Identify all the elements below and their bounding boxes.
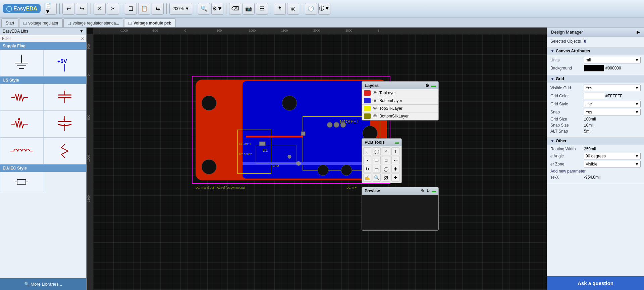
tool-rect[interactable]: □ — [382, 156, 390, 164]
units-chevron-icon: ▼ — [635, 58, 639, 62]
paste-button[interactable]: 📋 — [138, 3, 150, 15]
component-cap-us2[interactable]: + — [43, 111, 87, 138]
tool-text[interactable]: T — [391, 147, 399, 155]
units-select[interactable]: mil ▼ — [584, 57, 641, 63]
svg-rect-23 — [17, 180, 26, 184]
tab-voltage-reg-std[interactable]: □ voltage regulator standa... — [63, 18, 123, 27]
export-button[interactable]: ↰ — [274, 3, 286, 15]
tab-start[interactable]: Start — [1, 18, 18, 27]
supply-flag-grid: +5V — [0, 50, 86, 77]
design-manager-button[interactable]: Design Manager ▶ — [547, 28, 644, 37]
other-triangle-icon: ▼ — [550, 139, 554, 143]
tool-dashed-rect[interactable]: ▭ — [373, 156, 381, 164]
component-inductor[interactable] — [0, 138, 43, 164]
resistor-us-symbol — [10, 91, 33, 104]
info-button[interactable]: ⓘ▼ — [318, 3, 330, 15]
tool-line[interactable]: ⋰ — [363, 156, 371, 164]
undo-button[interactable]: ↩ — [62, 3, 74, 15]
tab-voltage-module-pcb[interactable]: □ Voltage module pcb — [124, 18, 176, 27]
component-eu-resistor[interactable] — [0, 172, 43, 192]
grid-color-box[interactable] — [584, 93, 604, 99]
app-logo[interactable]: ◯ EasyEDA — [3, 4, 41, 13]
zoom-dropdown[interactable]: 200% ▼ — [169, 3, 192, 15]
tool-ellipse[interactable]: ◯ — [382, 165, 390, 173]
component-cap-us[interactable] — [43, 84, 87, 111]
component-5v[interactable]: +5V — [43, 50, 87, 77]
layer-toplayer-color — [364, 90, 371, 96]
layer-bottomsilk[interactable]: 👁 BottomSilkLayer — [362, 112, 438, 120]
settings-button[interactable]: ⚙▼ — [211, 3, 223, 15]
canvas-area[interactable]: -1000 -500 0 500 1000 1500 2000 2500 3 -… — [87, 28, 547, 290]
add-param-row[interactable]: Add new parameter — [550, 169, 641, 174]
zone-select[interactable]: Visible ▼ — [584, 161, 641, 167]
angle-label: e Angle — [550, 154, 584, 158]
tool-move[interactable]: ✚ — [391, 165, 399, 173]
layer-toplayer-eye[interactable]: 👁 — [373, 90, 377, 96]
mirror-button[interactable]: ⇆ — [152, 3, 164, 15]
background-color-box[interactable] — [584, 65, 604, 71]
copy-button[interactable]: ❏ — [125, 3, 137, 15]
tab-voltage-reg[interactable]: □ voltage regulator — [19, 18, 63, 27]
tool-circle[interactable]: ◯ — [373, 147, 381, 155]
tool-cut[interactable]: ↜ — [391, 156, 399, 164]
cut-button[interactable]: ✕ — [94, 3, 106, 15]
zigzag-symbol — [55, 143, 75, 159]
tool-corner[interactable]: ⌞ — [363, 147, 371, 155]
tool-search[interactable]: 🔍 — [373, 174, 381, 182]
camera-button[interactable]: 📷 — [243, 3, 255, 15]
layer-bottomlayer-eye[interactable]: 👁 — [373, 98, 377, 103]
sep6 — [226, 3, 226, 14]
ruler-mark-500p: 500 — [217, 29, 222, 32]
layers-settings-icon[interactable]: ⚙ — [425, 83, 429, 88]
pcb-tools-green-icon[interactable]: ▬ — [395, 140, 399, 145]
redo-button[interactable]: ↪ — [76, 3, 88, 15]
ruler-mark-1500p: 1500 — [281, 29, 288, 32]
sidebar-dropdown-icon[interactable]: ▼ — [79, 29, 84, 34]
background-color-value: #000000 — [605, 66, 621, 70]
other-header[interactable]: ▼ Other — [547, 137, 644, 145]
steam-button[interactable]: ◎ — [287, 3, 299, 15]
layer-topsilk[interactable]: 👁 TopSilkLayer — [362, 105, 438, 112]
canvas-attributes-header[interactable]: ▼ Canvas Attributes — [547, 47, 644, 55]
layer-topsilk-eye[interactable]: 👁 — [373, 106, 377, 111]
layer-bottomsilk-eye[interactable]: 👁 — [373, 113, 377, 119]
share-button[interactable]: ⌫ — [229, 3, 241, 15]
history-button[interactable]: 🕐 — [305, 3, 317, 15]
component-resistor-us2[interactable] — [0, 111, 43, 138]
grid-header[interactable]: ▼ Grid — [547, 75, 644, 83]
component-zigzag[interactable] — [43, 138, 87, 164]
snap-select[interactable]: Yes ▼ — [584, 109, 641, 115]
preview-green-icon[interactable]: ▬ — [432, 189, 436, 193]
layer-bottomlayer[interactable]: 👁 BottomLayer — [362, 97, 438, 105]
component-gnd[interactable] — [0, 50, 43, 77]
filter-input[interactable] — [2, 36, 81, 41]
grid-style-select[interactable]: line ▼ — [584, 101, 641, 107]
scissors-button[interactable]: ✂ — [107, 3, 119, 15]
grid-view-button[interactable]: ☷ — [256, 3, 268, 15]
tool-image[interactable]: 🖼 — [382, 174, 390, 182]
component-resistor-us[interactable] — [0, 84, 43, 111]
tool-rotate[interactable]: ↻ — [363, 165, 371, 173]
zone-chevron-icon: ▼ — [635, 162, 639, 166]
tool-oval[interactable]: ▭ — [373, 165, 381, 173]
tool-hand[interactable]: ✍ — [363, 174, 371, 182]
preview-edit-icon[interactable]: ✎ — [421, 189, 424, 193]
layer-toplayer[interactable]: 👁 TopLayer — [362, 89, 438, 97]
tool-target[interactable]: ⌖ — [382, 147, 390, 155]
selected-objects-section: Selected Objects 0 — [547, 37, 644, 47]
background-label: Background — [550, 66, 584, 70]
visible-grid-select[interactable]: Yes ▼ — [584, 85, 641, 91]
angle-select[interactable]: 90 degrees ▼ — [584, 153, 641, 159]
ruler-mark-1000p: 1000 — [249, 29, 256, 32]
file-button[interactable]: 📄▼ — [45, 3, 57, 15]
sep1 — [59, 3, 60, 14]
filter-clear-icon[interactable]: ✕ — [81, 36, 84, 41]
snap-size-row: Snap Size 10mil — [550, 123, 641, 128]
preview-refresh-icon[interactable]: ↻ — [426, 189, 430, 193]
layers-green-icon[interactable]: ▬ — [431, 83, 436, 88]
tool-plus[interactable]: ✚ — [391, 174, 399, 182]
eu-iec-grid — [0, 172, 86, 192]
ask-question-button[interactable]: Ask a question — [547, 276, 644, 290]
more-libraries-button[interactable]: 🔍 More Libraries... — [0, 278, 86, 290]
zoom-search-button[interactable]: 🔍 — [198, 3, 210, 15]
